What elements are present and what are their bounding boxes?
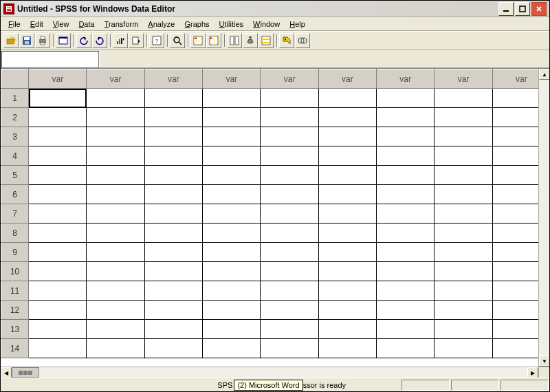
data-cell[interactable] <box>377 185 434 204</box>
undo-button[interactable] <box>76 33 91 48</box>
data-cell[interactable] <box>492 146 538 166</box>
vertical-scrollbar[interactable]: ▲ ▼ <box>538 69 549 367</box>
cell-name-box[interactable] <box>1 51 99 68</box>
column-header[interactable]: var <box>87 69 144 89</box>
select-cases-button[interactable] <box>258 33 274 48</box>
data-cell[interactable] <box>318 127 376 146</box>
data-cell[interactable] <box>203 339 261 358</box>
horizontal-scroll-track[interactable] <box>39 367 527 378</box>
vertical-scroll-track[interactable] <box>539 80 549 356</box>
data-cell[interactable] <box>377 320 434 339</box>
data-cell[interactable] <box>261 108 318 127</box>
data-cell[interactable] <box>377 339 434 358</box>
data-cell[interactable] <box>434 185 492 204</box>
data-cell[interactable] <box>87 166 144 185</box>
data-cell[interactable] <box>492 281 538 301</box>
data-cell[interactable] <box>492 204 538 224</box>
data-cell[interactable] <box>434 204 492 224</box>
data-cell[interactable] <box>377 262 434 281</box>
data-cell[interactable] <box>318 339 376 358</box>
goto-chart-button[interactable] <box>113 33 128 48</box>
data-cell[interactable] <box>261 146 318 166</box>
data-cell[interactable] <box>261 281 318 301</box>
data-cell[interactable] <box>203 204 261 224</box>
menu-analyze[interactable]: Analyze <box>143 19 179 30</box>
row-header[interactable]: 4 <box>1 146 29 166</box>
data-cell[interactable] <box>87 224 144 243</box>
redo-button[interactable] <box>92 33 107 48</box>
row-header[interactable]: 12 <box>1 301 29 320</box>
data-cell[interactable] <box>29 243 87 262</box>
column-header[interactable]: var <box>492 69 538 89</box>
data-cell[interactable] <box>261 224 318 243</box>
data-cell[interactable] <box>377 108 434 127</box>
row-header[interactable]: 6 <box>1 185 29 204</box>
data-cell[interactable] <box>377 89 434 108</box>
data-cell[interactable] <box>377 224 434 243</box>
data-cell[interactable] <box>29 262 87 281</box>
column-header[interactable]: var <box>203 69 261 89</box>
data-cell[interactable] <box>203 146 261 166</box>
data-cell[interactable] <box>318 89 376 108</box>
row-header[interactable]: 1 <box>1 89 29 108</box>
data-cell[interactable] <box>434 166 492 185</box>
data-cell[interactable] <box>203 320 261 339</box>
data-cell[interactable] <box>203 166 261 185</box>
data-cell[interactable] <box>144 204 202 224</box>
data-cell[interactable] <box>29 301 87 320</box>
data-cell[interactable] <box>203 281 261 301</box>
data-cell[interactable] <box>87 243 144 262</box>
data-cell[interactable] <box>144 185 202 204</box>
data-cell[interactable] <box>87 339 144 358</box>
data-cell[interactable] <box>318 243 376 262</box>
data-cell[interactable] <box>29 185 87 204</box>
data-cell[interactable] <box>318 204 376 224</box>
data-cell[interactable] <box>318 166 376 185</box>
goto-case-button[interactable] <box>129 33 144 48</box>
data-cell[interactable] <box>261 339 318 358</box>
print-button[interactable] <box>35 33 50 48</box>
data-cell[interactable] <box>29 281 87 301</box>
data-cell[interactable] <box>29 166 87 185</box>
data-cell[interactable] <box>144 224 202 243</box>
column-header[interactable]: var <box>318 69 376 89</box>
row-header[interactable]: 14 <box>1 339 29 358</box>
variables-button[interactable]: ? <box>149 33 164 48</box>
data-cell[interactable] <box>203 89 261 108</box>
data-cell[interactable] <box>29 224 87 243</box>
data-cell[interactable] <box>144 301 202 320</box>
scroll-left-button[interactable]: ◀ <box>1 367 12 378</box>
data-cell[interactable] <box>377 166 434 185</box>
data-cell[interactable] <box>144 89 202 108</box>
weight-cases-button[interactable] <box>243 33 258 48</box>
data-cell[interactable] <box>492 301 538 320</box>
data-cell[interactable] <box>261 185 318 204</box>
data-cell[interactable] <box>434 339 492 358</box>
data-cell[interactable] <box>144 281 202 301</box>
data-cell[interactable] <box>492 243 538 262</box>
data-cell[interactable] <box>261 243 318 262</box>
insert-case-button[interactable] <box>190 33 206 48</box>
scroll-up-button[interactable]: ▲ <box>539 69 549 80</box>
data-cell[interactable] <box>318 224 376 243</box>
data-cell[interactable] <box>434 320 492 339</box>
data-cell[interactable] <box>87 204 144 224</box>
data-cell[interactable] <box>87 301 144 320</box>
row-header[interactable]: 8 <box>1 224 29 243</box>
data-cell[interactable] <box>377 127 434 146</box>
data-cell[interactable] <box>29 339 87 358</box>
data-cell[interactable] <box>377 281 434 301</box>
data-cell[interactable] <box>87 262 144 281</box>
row-header[interactable]: 13 <box>1 320 29 339</box>
data-cell[interactable] <box>203 108 261 127</box>
data-cell[interactable] <box>261 320 318 339</box>
data-cell[interactable] <box>434 281 492 301</box>
data-cell[interactable] <box>87 127 144 146</box>
data-cell[interactable] <box>492 262 538 281</box>
data-cell[interactable] <box>434 146 492 166</box>
data-cell[interactable] <box>203 127 261 146</box>
save-button[interactable] <box>19 33 34 48</box>
data-cell[interactable] <box>203 301 261 320</box>
data-cell[interactable] <box>203 224 261 243</box>
data-cell[interactable] <box>144 320 202 339</box>
